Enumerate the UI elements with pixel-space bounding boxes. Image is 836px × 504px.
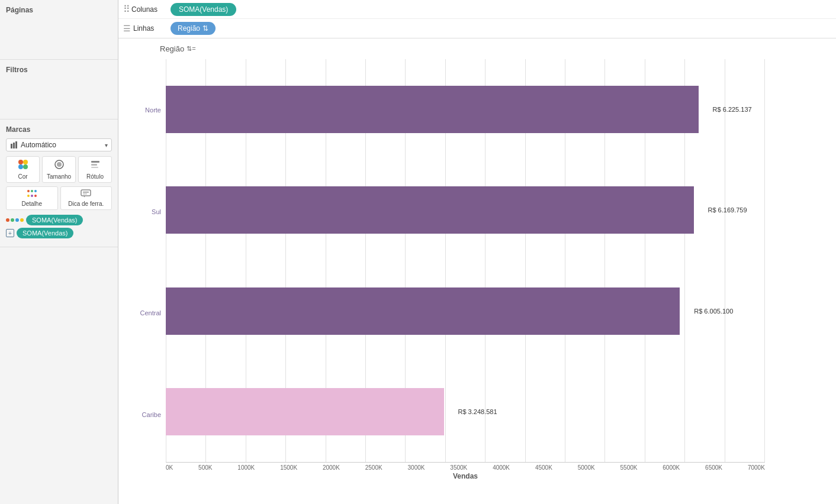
x-tick-6000: 6000K xyxy=(663,464,680,471)
colunas-row: ⠿ Colunas SOMA(Vendas) xyxy=(118,0,836,19)
svg-rect-0 xyxy=(11,144,12,148)
svg-point-17 xyxy=(34,195,37,197)
bar-central[interactable]: R$ 6.005.100 xyxy=(166,287,680,335)
bars-and-x-axis: R$ 6.225.137 R$ 6.169.759 R$ 6 xyxy=(166,59,765,483)
filters-section: Filtros xyxy=(0,60,118,119)
bar-norte[interactable]: R$ 6.225.137 xyxy=(166,86,699,133)
pill2-row: + SOMA(Vendas) xyxy=(6,228,112,238)
svg-point-14 xyxy=(34,190,37,192)
chart-title: Região xyxy=(160,44,184,53)
tooltip-icon xyxy=(81,189,91,199)
bar-value-norte: R$ 6.225.137 xyxy=(713,106,752,113)
bar-row-sul: R$ 6.169.759 xyxy=(166,160,765,260)
label-icon xyxy=(90,159,101,172)
x-tick-1000: 1000K xyxy=(237,464,255,471)
x-tick-3500: 3500K xyxy=(450,464,467,471)
svg-marker-19 xyxy=(83,196,85,198)
pill1-row: SOMA(Vendas) xyxy=(6,215,112,225)
svg-point-5 xyxy=(18,164,23,169)
color-dots-icon xyxy=(18,159,28,172)
x-tick-1500: 1500K xyxy=(280,464,297,471)
pages-section: Páginas xyxy=(0,0,118,60)
svg-point-13 xyxy=(31,190,33,192)
bar-chart-icon xyxy=(10,141,18,149)
svg-rect-2 xyxy=(15,141,17,148)
size-icon xyxy=(54,159,65,172)
x-tick-7000: 7000K xyxy=(748,464,765,471)
filters-label: Filtros xyxy=(6,66,112,74)
y-label-norte: Norte xyxy=(124,59,161,161)
rotulo-label: Rótulo xyxy=(86,173,104,180)
x-tick-2000: 2000K xyxy=(323,464,340,471)
svg-rect-18 xyxy=(81,190,91,196)
bar-value-sul: R$ 6.169.759 xyxy=(708,206,747,214)
soma-vendas-pill-colunas[interactable]: SOMA(Vendas) xyxy=(171,3,236,16)
bar-rows: R$ 6.225.137 R$ 6.169.759 R$ 6 xyxy=(166,59,765,462)
x-tick-5500: 5500K xyxy=(620,464,638,471)
bar-value-central: R$ 6.005.100 xyxy=(694,308,733,315)
marcas-label: Marcas xyxy=(6,125,112,134)
bar-row-caribe: R$ 3.248.581 xyxy=(166,361,765,462)
pill2-button[interactable]: SOMA(Vendas) xyxy=(17,228,73,238)
bar-row-central: R$ 6.005.100 xyxy=(166,261,765,361)
y-label-sul: Sul xyxy=(124,161,161,263)
detalhe-button[interactable]: Detalhe xyxy=(6,186,58,210)
svg-rect-20 xyxy=(83,192,89,193)
dica-button[interactable]: Dica de ferra. xyxy=(60,186,112,210)
svg-point-8 xyxy=(57,162,62,167)
detail-icon xyxy=(27,189,37,199)
svg-point-15 xyxy=(27,195,30,197)
pill2-plus-icon[interactable]: + xyxy=(6,229,14,237)
x-tick-500: 500K xyxy=(198,464,212,471)
cor-button[interactable]: Cor xyxy=(6,156,40,183)
dica-label: Dica de ferra. xyxy=(68,201,104,207)
pill1-color-icon xyxy=(6,218,24,222)
svg-rect-21 xyxy=(83,193,87,195)
x-ticks: 0K 500K 1000K 1500K 2000K 2500K 3000K 35… xyxy=(166,463,765,471)
svg-rect-1 xyxy=(13,143,15,148)
chart-title-row: Região ⇅= xyxy=(160,44,824,53)
x-tick-0: 0K xyxy=(166,464,173,471)
x-tick-2500: 2500K xyxy=(365,464,382,471)
bar-caribe[interactable]: R$ 3.248.581 xyxy=(166,388,444,435)
automatico-dropdown[interactable]: Automático ▾ xyxy=(6,138,112,151)
bar-sul[interactable]: R$ 6.169.759 xyxy=(166,186,694,234)
svg-rect-9 xyxy=(91,161,99,163)
svg-point-3 xyxy=(18,160,23,164)
svg-point-12 xyxy=(27,190,30,192)
main-content: ⠿ Colunas SOMA(Vendas) ☰ Linhas Região ⇅… xyxy=(118,0,836,504)
regiao-pill[interactable]: Região ⇅ xyxy=(171,22,216,35)
detalhe-label: Detalhe xyxy=(22,201,42,207)
x-tick-3000: 3000K xyxy=(408,464,425,471)
rotulo-button[interactable]: Rótulo xyxy=(78,156,112,183)
chart-body: Norte Sul Central Caribe xyxy=(124,59,824,483)
x-tick-5000: 5000K xyxy=(578,464,595,471)
pill1-button[interactable]: SOMA(Vendas) xyxy=(26,215,83,225)
colunas-drag-icon: ⠿ xyxy=(123,4,129,15)
x-tick-4000: 4000K xyxy=(493,464,510,471)
svg-rect-10 xyxy=(91,164,97,166)
linhas-label: ☰ Linhas xyxy=(123,24,171,33)
y-axis: Norte Sul Central Caribe xyxy=(124,59,166,483)
colunas-label: ⠿ Colunas xyxy=(123,4,171,15)
svg-point-4 xyxy=(23,160,28,164)
x-axis-title: Vendas xyxy=(166,472,765,480)
marks-grid: Cor Tamanho xyxy=(6,156,112,183)
right-spacer xyxy=(765,59,824,483)
sidebar: Páginas Filtros Marcas Automático ▾ xyxy=(0,0,118,504)
cor-label: Cor xyxy=(18,173,27,180)
x-tick-4500: 4500K xyxy=(535,464,552,471)
svg-point-16 xyxy=(31,195,33,197)
automatico-text: Automático xyxy=(21,141,105,149)
marcas-section: Marcas Automático ▾ xyxy=(0,119,118,247)
sort-icon: ⇅ xyxy=(202,24,208,33)
x-axis: 0K 500K 1000K 1500K 2000K 2500K 3000K 35… xyxy=(166,462,765,483)
svg-point-6 xyxy=(23,164,28,169)
linhas-drag-icon: ☰ xyxy=(123,24,131,33)
sort-filter-icon: ⇅= xyxy=(187,45,195,53)
marks-grid2: Detalhe Dica de ferra. xyxy=(6,186,112,210)
chart-area: Região ⇅= Norte Sul Central Caribe xyxy=(118,38,836,504)
tamanho-button[interactable]: Tamanho xyxy=(42,156,76,183)
pages-label: Páginas xyxy=(6,6,112,14)
bars-grid-container: R$ 6.225.137 R$ 6.169.759 R$ 6 xyxy=(166,59,765,462)
